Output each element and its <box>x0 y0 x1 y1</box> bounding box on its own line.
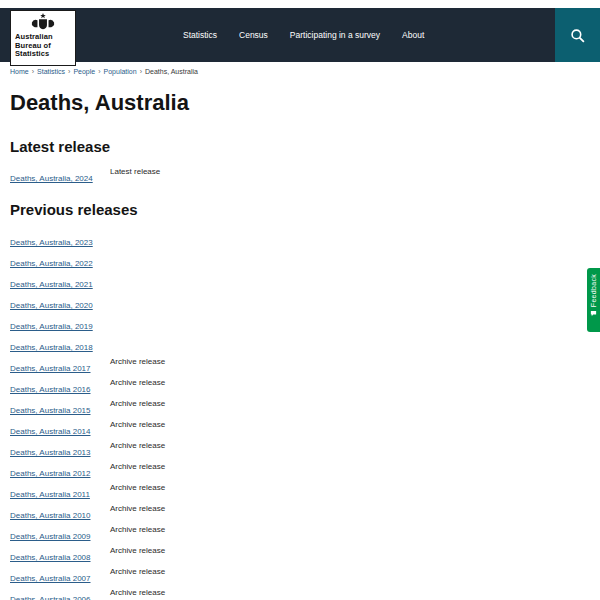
release-link-2012[interactable]: Deaths, Australia 2012 <box>10 469 91 478</box>
release-row: Deaths, Australia, 2018 <box>10 336 600 357</box>
release-link-2017[interactable]: Deaths, Australia 2017 <box>10 364 91 373</box>
release-row: Deaths, Australia, 2019 <box>10 315 600 336</box>
breadcrumb-current: Deaths, Australia <box>145 68 198 75</box>
release-link-2020[interactable]: Deaths, Australia, 2020 <box>10 301 93 310</box>
breadcrumb: Home › Statistics › People › Population … <box>10 68 600 75</box>
release-link-2019[interactable]: Deaths, Australia, 2019 <box>10 322 93 331</box>
feedback-tab[interactable]: Feedback <box>587 268 600 332</box>
feedback-label: Feedback <box>590 274 597 307</box>
breadcrumb-population[interactable]: Population <box>104 68 137 75</box>
release-row: Deaths, Australia, 2021 <box>10 273 600 294</box>
breadcrumb-separator: › <box>140 68 142 75</box>
release-note: Archive release <box>110 546 165 555</box>
abs-logo[interactable]: Australian Bureau of Statistics <box>10 10 76 66</box>
release-row: Deaths, Australia 2013 Archive release <box>10 441 600 462</box>
release-row: Deaths, Australia 2011 Archive release <box>10 483 600 504</box>
release-row: Deaths, Australia 2016 Archive release <box>10 378 600 399</box>
release-link-2024[interactable]: Deaths, Australia, 2024 <box>10 174 93 183</box>
release-note: Archive release <box>110 462 165 471</box>
latest-release-heading: Latest release <box>10 138 600 155</box>
release-row: Deaths, Australia, 2022 <box>10 252 600 273</box>
breadcrumb-separator: › <box>68 68 70 75</box>
site-header: Australian Bureau of Statistics Statisti… <box>0 8 600 62</box>
release-note: Archive release <box>110 483 165 492</box>
release-link-2009[interactable]: Deaths, Australia 2009 <box>10 532 91 541</box>
release-link-2007[interactable]: Deaths, Australia 2007 <box>10 574 91 583</box>
release-row: Deaths, Australia 2017 Archive release <box>10 357 600 378</box>
abs-coat-of-arms-icon <box>26 13 60 32</box>
release-link-2018[interactable]: Deaths, Australia, 2018 <box>10 343 93 352</box>
release-link-2021[interactable]: Deaths, Australia, 2021 <box>10 280 93 289</box>
release-note: Archive release <box>110 525 165 534</box>
release-note: Archive release <box>110 588 165 597</box>
search-button[interactable] <box>555 8 600 62</box>
latest-release-row: Deaths, Australia, 2024 Latest release <box>10 167 600 179</box>
release-note: Archive release <box>110 441 165 450</box>
breadcrumb-separator: › <box>98 68 100 75</box>
nav-item-statistics[interactable]: Statistics <box>183 30 217 40</box>
breadcrumb-statistics[interactable]: Statistics <box>37 68 65 75</box>
release-note: Archive release <box>110 504 165 513</box>
release-note: Archive release <box>110 357 165 366</box>
latest-release-note: Latest release <box>110 167 160 176</box>
breadcrumb-people[interactable]: People <box>73 68 95 75</box>
release-row: Deaths, Australia, 2023 <box>10 231 600 252</box>
release-note: Archive release <box>110 399 165 408</box>
breadcrumb-separator: › <box>32 68 34 75</box>
release-row: Deaths, Australia 2007 Archive release <box>10 567 600 588</box>
release-link-2011[interactable]: Deaths, Australia 2011 <box>10 490 90 499</box>
nav-item-about[interactable]: About <box>402 30 424 40</box>
nav-item-participating[interactable]: Participating in a survey <box>290 30 380 40</box>
release-link-2010[interactable]: Deaths, Australia 2010 <box>10 511 91 520</box>
release-link-2022[interactable]: Deaths, Australia, 2022 <box>10 259 93 268</box>
release-link-2016[interactable]: Deaths, Australia 2016 <box>10 385 91 394</box>
release-note: Archive release <box>110 420 165 429</box>
search-icon <box>570 28 585 43</box>
previous-releases-heading: Previous releases <box>10 201 600 218</box>
page-title: Deaths, Australia <box>10 90 600 116</box>
release-note: Archive release <box>110 378 165 387</box>
release-row: Deaths, Australia 2015 Archive release <box>10 399 600 420</box>
feedback-chat-icon <box>590 310 597 317</box>
release-link-2023[interactable]: Deaths, Australia, 2023 <box>10 238 93 247</box>
breadcrumb-home[interactable]: Home <box>10 68 29 75</box>
release-link-2013[interactable]: Deaths, Australia 2013 <box>10 448 91 457</box>
release-row: Deaths, Australia 2008 Archive release <box>10 546 600 567</box>
release-row: Deaths, Australia 2009 Archive release <box>10 525 600 546</box>
main-nav: Statistics Census Participating in a sur… <box>183 8 424 62</box>
previous-releases-list: Deaths, Australia, 2023 Deaths, Australi… <box>0 231 600 600</box>
release-row: Deaths, Australia 2006 Archive release <box>10 588 600 600</box>
release-link-2015[interactable]: Deaths, Australia 2015 <box>10 406 91 415</box>
release-link-2006[interactable]: Deaths, Australia 2006 <box>10 595 91 600</box>
release-row: Deaths, Australia, 2020 <box>10 294 600 315</box>
release-link-2014[interactable]: Deaths, Australia 2014 <box>10 427 91 436</box>
logo-line-3: Statistics <box>15 50 75 59</box>
release-link-2008[interactable]: Deaths, Australia 2008 <box>10 553 91 562</box>
abs-logo-text: Australian Bureau of Statistics <box>11 33 75 59</box>
release-row: Deaths, Australia 2012 Archive release <box>10 462 600 483</box>
release-note: Archive release <box>110 567 165 576</box>
release-row: Deaths, Australia 2014 Archive release <box>10 420 600 441</box>
release-row: Deaths, Australia 2010 Archive release <box>10 504 600 525</box>
nav-item-census[interactable]: Census <box>239 30 268 40</box>
